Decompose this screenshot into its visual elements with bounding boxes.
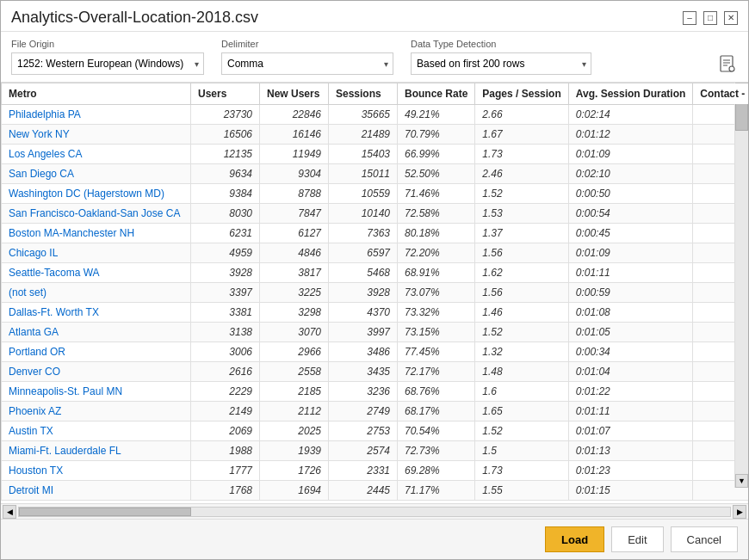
- scroll-right-button[interactable]: ▶: [733, 505, 746, 519]
- cell-r6-c1: 6231: [191, 224, 260, 243]
- window-title: Analytics-Overall-Location-2018.csv: [11, 9, 258, 27]
- cell-r15-c2: 2112: [260, 402, 329, 422]
- cell-r14-c5: 1.6: [475, 382, 568, 402]
- v-scroll-track[interactable]: [735, 96, 748, 474]
- cell-r7-c4: 72.20%: [398, 243, 475, 263]
- cell-r15-c3: 2749: [329, 402, 398, 422]
- cell-r18-c2: 1726: [260, 461, 329, 481]
- load-button[interactable]: Load: [545, 526, 604, 552]
- cell-r9-c6: 0:00:59: [568, 283, 693, 303]
- cell-r0-c3: 35665: [329, 105, 398, 125]
- table-row: Atlanta GA31383070399773.15%1.520:01:05: [2, 323, 749, 342]
- file-origin-label: File Origin: [11, 39, 204, 49]
- table-header: MetroUsersNew UsersSessionsBounce RatePa…: [2, 83, 749, 105]
- cell-r5-c0: San Francisco-Oakland-San Jose CA: [2, 204, 191, 224]
- cell-r10-c0: Dallas-Ft. Worth TX: [2, 303, 191, 323]
- cell-r5-c3: 10140: [329, 204, 398, 224]
- cell-r19-c5: 1.55: [475, 481, 568, 501]
- cell-r4-c5: 1.52: [475, 184, 568, 204]
- table-row: Houston TX17771726233169.28%1.730:01:23: [2, 461, 749, 481]
- cell-r13-c5: 1.48: [475, 362, 568, 382]
- cell-r7-c0: Chicago IL: [2, 243, 191, 263]
- scroll-left-button[interactable]: ◀: [3, 505, 16, 519]
- cell-r9-c3: 3928: [329, 283, 398, 303]
- cell-r0-c4: 49.21%: [398, 105, 475, 125]
- cell-r9-c1: 3397: [191, 283, 260, 303]
- cell-r2-c6: 0:01:09: [568, 145, 693, 164]
- cell-r6-c2: 6127: [260, 224, 329, 243]
- cell-r16-c6: 0:01:07: [568, 422, 693, 441]
- cell-r14-c2: 2185: [260, 382, 329, 402]
- cell-r7-c6: 0:01:09: [568, 243, 693, 263]
- cell-r13-c1: 2616: [191, 362, 260, 382]
- toolbar: File Origin 1252: Western European (Wind…: [1, 32, 748, 83]
- vertical-scrollbar[interactable]: ▲ ▼: [734, 83, 748, 488]
- cell-r5-c2: 7847: [260, 204, 329, 224]
- col-header-0: Metro: [2, 83, 191, 105]
- cell-r0-c0: Philadelphia PA: [2, 105, 191, 125]
- data-type-select[interactable]: Based on first 200 rows Based on entire …: [411, 52, 591, 75]
- cell-r2-c0: Los Angeles CA: [2, 145, 191, 164]
- table-container[interactable]: MetroUsersNew UsersSessionsBounce RatePa…: [1, 83, 748, 503]
- cell-r16-c2: 2025: [260, 422, 329, 441]
- cell-r19-c4: 71.17%: [398, 481, 475, 501]
- table-row: Austin TX20692025275370.54%1.520:01:07: [2, 422, 749, 441]
- cell-r11-c5: 1.52: [475, 323, 568, 342]
- minimize-button[interactable]: –: [683, 11, 696, 25]
- cancel-button[interactable]: Cancel: [671, 526, 738, 552]
- col-header-7: Contact - Lead Form: [693, 83, 748, 105]
- close-button[interactable]: ✕: [724, 11, 738, 25]
- cell-r4-c0: Washington DC (Hagerstown MD): [2, 184, 191, 204]
- table-row: (not set)33973225392873.07%1.560:00:59: [2, 283, 749, 303]
- cell-r18-c1: 1777: [191, 461, 260, 481]
- cell-r13-c2: 2558: [260, 362, 329, 382]
- cell-r12-c0: Portland OR: [2, 342, 191, 362]
- cell-r13-c4: 72.17%: [398, 362, 475, 382]
- cell-r7-c1: 4959: [191, 243, 260, 263]
- table-row: Phoenix AZ21492112274968.17%1.650:01:11: [2, 402, 749, 422]
- h-scroll-thumb[interactable]: [19, 508, 191, 516]
- cell-r16-c4: 70.54%: [398, 422, 475, 441]
- h-scroll-track[interactable]: [18, 507, 731, 517]
- restore-button[interactable]: □: [703, 11, 717, 25]
- cell-r9-c4: 73.07%: [398, 283, 475, 303]
- cell-r19-c2: 1694: [260, 481, 329, 501]
- cell-r17-c6: 0:01:13: [568, 441, 693, 461]
- cell-r16-c1: 2069: [191, 422, 260, 441]
- scroll-down-button[interactable]: ▼: [735, 474, 748, 488]
- cell-r2-c5: 1.73: [475, 145, 568, 164]
- file-origin-group: File Origin 1252: Western European (Wind…: [11, 39, 204, 75]
- table-body: Philadelphia PA23730228463566549.21%2.66…: [2, 105, 749, 501]
- cell-r8-c1: 3928: [191, 263, 260, 283]
- edit-button[interactable]: Edit: [611, 526, 663, 552]
- table-row: Dallas-Ft. Worth TX33813298437073.32%1.4…: [2, 303, 749, 323]
- cell-r12-c3: 3486: [329, 342, 398, 362]
- cell-r1-c3: 21489: [329, 125, 398, 145]
- cell-r1-c4: 70.79%: [398, 125, 475, 145]
- cell-r12-c1: 3006: [191, 342, 260, 362]
- table-row: Chicago IL49594846659772.20%1.560:01:09: [2, 243, 749, 263]
- cell-r10-c1: 3381: [191, 303, 260, 323]
- cell-r19-c3: 2445: [329, 481, 398, 501]
- cell-r2-c3: 15403: [329, 145, 398, 164]
- cell-r8-c3: 5468: [329, 263, 398, 283]
- cell-r14-c6: 0:01:22: [568, 382, 693, 402]
- cell-r17-c2: 1939: [260, 441, 329, 461]
- cell-r19-c1: 1768: [191, 481, 260, 501]
- file-origin-select[interactable]: 1252: Western European (Windows): [11, 52, 204, 75]
- cell-r5-c5: 1.53: [475, 204, 568, 224]
- cell-r18-c4: 69.28%: [398, 461, 475, 481]
- cell-r18-c6: 0:01:23: [568, 461, 693, 481]
- cell-r9-c0: (not set): [2, 283, 191, 303]
- report-icon[interactable]: [717, 54, 738, 75]
- horizontal-scrollbar[interactable]: ◀ ▶: [1, 503, 748, 519]
- cell-r15-c0: Phoenix AZ: [2, 402, 191, 422]
- cell-r11-c1: 3138: [191, 323, 260, 342]
- col-header-6: Avg. Session Duration: [568, 83, 693, 105]
- window-controls: – □ ✕: [683, 11, 738, 25]
- cell-r4-c4: 71.46%: [398, 184, 475, 204]
- table-row: Seattle-Tacoma WA39283817546868.91%1.620…: [2, 263, 749, 283]
- cell-r10-c6: 0:01:08: [568, 303, 693, 323]
- cell-r16-c0: Austin TX: [2, 422, 191, 441]
- delimiter-select[interactable]: Comma Semicolon Tab Space Custom: [221, 52, 393, 75]
